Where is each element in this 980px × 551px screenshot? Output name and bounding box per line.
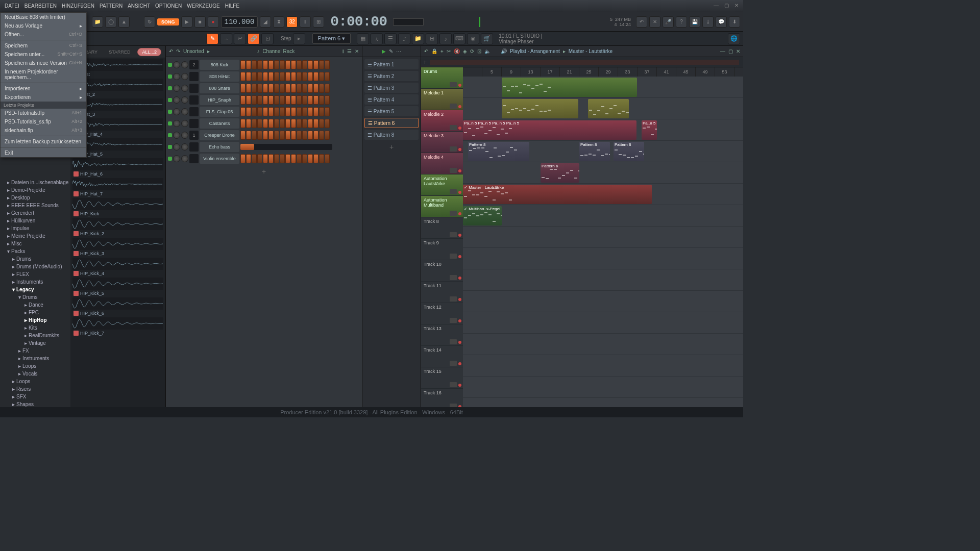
channel-vol[interactable] xyxy=(181,61,188,68)
playlist-grid[interactable]: 591317212529333741454953 Pa..n 5 Pa..n 5… xyxy=(463,67,743,417)
channel-vol[interactable] xyxy=(181,108,188,115)
step-button[interactable] xyxy=(319,154,324,163)
playlist-overview[interactable] xyxy=(430,60,739,65)
loop-icon[interactable]: ↻ xyxy=(144,16,155,28)
step-button[interactable] xyxy=(297,107,302,116)
step-button[interactable] xyxy=(246,119,251,128)
chrack-midi-icon[interactable]: ♪ xyxy=(257,48,259,54)
playlist-clip[interactable] xyxy=(502,78,637,97)
step-button[interactable] xyxy=(325,107,330,116)
channel-name[interactable]: Creeper Drone xyxy=(200,130,239,140)
menu-exit[interactable]: Exit xyxy=(1,148,86,157)
channel-mute[interactable] xyxy=(168,63,172,67)
step-button[interactable] xyxy=(280,131,285,140)
tree-item[interactable]: ▸ SFX xyxy=(0,393,70,400)
step-button[interactable] xyxy=(280,119,285,128)
maximize-button[interactable]: ▢ xyxy=(722,2,731,9)
pattern-item[interactable]: ☰ Pattern 3 xyxy=(364,83,419,93)
menu-save-projfolder[interactable]: In neuem Projektordner speichern... xyxy=(1,67,86,82)
track-header[interactable]: Track 9 xyxy=(421,239,463,260)
playlist-clip[interactable]: Pa..n 5 xyxy=(642,120,657,140)
channel-num[interactable]: 2 xyxy=(189,60,199,69)
step-button[interactable] xyxy=(291,154,296,163)
menu-ansicht[interactable]: ANSICHT xyxy=(125,3,153,9)
pl-add-icon[interactable]: + xyxy=(423,59,427,66)
channel-vol[interactable] xyxy=(181,73,188,80)
step-button[interactable] xyxy=(274,119,279,128)
channel-name[interactable]: FLS_Clap 05 xyxy=(200,107,239,117)
tempo-display[interactable]: 110.000 xyxy=(221,16,258,28)
step-button[interactable] xyxy=(325,84,330,93)
pl-tool6-icon[interactable]: 🔈 xyxy=(484,48,491,54)
playlist-clip[interactable]: Pattern 6 xyxy=(541,163,579,183)
step-button[interactable] xyxy=(291,60,296,69)
menu-bearbeiten[interactable]: BEARBEITEN xyxy=(22,3,59,9)
save-icon[interactable]: 💾 xyxy=(689,16,700,28)
sample-item[interactable]: HIP_Kick_4 xyxy=(70,257,165,277)
channel-num[interactable] xyxy=(189,107,199,116)
track-row[interactable] xyxy=(463,77,743,98)
channel-num[interactable] xyxy=(189,95,199,105)
pl-audio-icon[interactable]: 🔊 xyxy=(501,48,507,54)
step-button[interactable] xyxy=(246,95,251,105)
help-icon[interactable]: ? xyxy=(676,16,687,28)
tree-item[interactable]: ▸ Drums xyxy=(0,255,70,263)
browser-toggle-icon[interactable]: 📁 xyxy=(92,16,103,28)
add-pattern-button[interactable]: + xyxy=(364,143,419,151)
playlist-clip[interactable]: Pattern 8 xyxy=(579,142,610,161)
step-button[interactable] xyxy=(257,95,262,105)
channel-num[interactable]: 1 xyxy=(189,131,199,140)
position-slider[interactable] xyxy=(393,18,424,26)
step-button[interactable] xyxy=(263,119,268,128)
step-button[interactable] xyxy=(274,107,279,116)
tree-item[interactable]: ▸ Misc xyxy=(0,240,70,247)
tool-draw[interactable]: ✎ xyxy=(206,33,218,44)
pattern-tool-icon[interactable]: ✎ xyxy=(389,48,393,54)
step-button[interactable] xyxy=(308,131,313,140)
step-button[interactable] xyxy=(252,131,257,140)
tree-item[interactable]: ▸ FPC xyxy=(0,309,70,316)
step-button[interactable] xyxy=(240,154,246,163)
tree-item[interactable]: ▸ Vocals xyxy=(0,370,70,378)
step-button[interactable] xyxy=(297,60,302,69)
step-button[interactable] xyxy=(319,95,324,105)
step-button[interactable] xyxy=(308,84,313,93)
tree-item[interactable]: ▸ Loops xyxy=(0,378,70,385)
channel-pan[interactable] xyxy=(173,73,180,80)
step-button[interactable] xyxy=(308,119,313,128)
close-panels-icon[interactable]: ✕ xyxy=(649,16,660,28)
step-button[interactable] xyxy=(302,72,307,81)
channel-mute[interactable] xyxy=(168,121,172,126)
step-button[interactable] xyxy=(308,95,313,105)
countdown-icon[interactable]: ⧗ xyxy=(273,16,284,28)
step-button[interactable] xyxy=(280,95,285,105)
step-button[interactable] xyxy=(252,60,257,69)
track-row[interactable]: Pattern 6 xyxy=(463,162,743,184)
sample-item[interactable]: HIP_Kick_3 xyxy=(70,237,165,257)
step-button[interactable] xyxy=(285,107,290,116)
track-header[interactable]: Track 10 xyxy=(421,260,463,282)
pl-tool1-icon[interactable]: ✂ xyxy=(447,48,451,54)
tool-slice[interactable]: ✂ xyxy=(234,33,246,44)
pl-snap-icon[interactable]: ⌖ xyxy=(440,48,444,55)
channel-vol[interactable] xyxy=(181,120,188,127)
download-icon[interactable]: ⬇ xyxy=(729,16,740,28)
menu-save-as[interactable]: Speichern unter...Shift+Ctrl+S xyxy=(1,50,86,59)
tree-item[interactable]: ▸ Loops xyxy=(0,362,70,370)
step-button[interactable] xyxy=(268,72,274,81)
track-header[interactable]: Drums xyxy=(421,67,463,89)
tree-item[interactable]: ▸ FX xyxy=(0,347,70,355)
tree-item[interactable]: ▾ Legacy xyxy=(0,286,70,293)
step-button[interactable] xyxy=(308,60,313,69)
tree-item[interactable]: ▸ EEEE EEEE Sounds xyxy=(0,202,70,209)
pl-back-icon[interactable]: ↶ xyxy=(424,48,428,54)
tree-item[interactable]: ▸ Vintage xyxy=(0,339,70,347)
track-row[interactable] xyxy=(463,312,743,334)
tool-stamp[interactable]: ⊡ xyxy=(261,33,274,44)
playlist-clip[interactable]: Pattern 8 xyxy=(614,142,644,161)
chrack-sort[interactable]: Unsorted xyxy=(183,48,204,54)
view-playlist-icon[interactable]: ▦ xyxy=(357,33,369,44)
sample-item[interactable]: HIP_Kick_6 xyxy=(70,297,165,317)
midi-icon[interactable]: ◉ xyxy=(467,33,479,44)
recent-2[interactable]: PSD-Tutorials_ss.flpAlt+2 xyxy=(1,117,86,126)
